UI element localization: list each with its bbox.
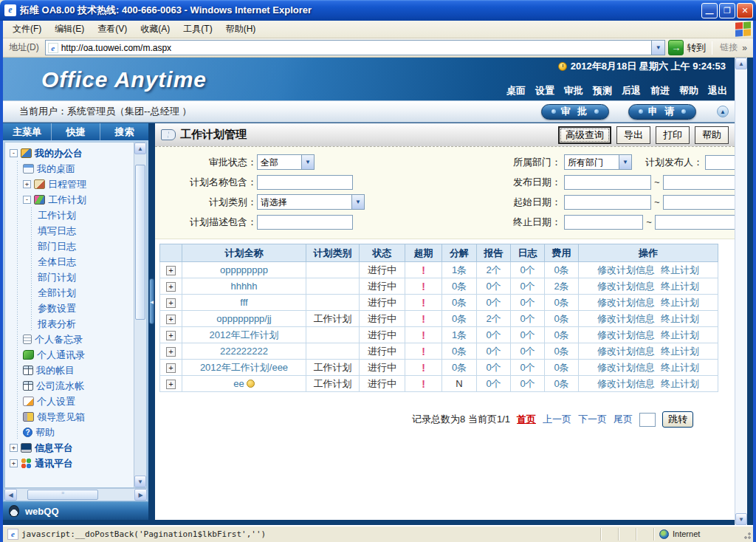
scroll-up-icon[interactable]: ▲ xyxy=(134,143,146,154)
report-link[interactable]: 0个 xyxy=(486,378,501,389)
decompose-link[interactable]: 0条 xyxy=(452,313,467,324)
row-expand-button[interactable]: + xyxy=(166,347,176,357)
sidebar-item-work-plan[interactable]: - 工作计划 xyxy=(8,192,134,207)
stop-plan-link[interactable]: 终止计划 xyxy=(661,378,699,389)
nav-approve[interactable]: 审批 xyxy=(564,84,583,97)
log-link[interactable]: 0个 xyxy=(520,329,535,340)
go-button[interactable]: → xyxy=(668,40,684,55)
start-date-to-input[interactable] xyxy=(663,195,735,210)
log-link[interactable]: 0个 xyxy=(520,264,535,275)
row-expand-button[interactable]: + xyxy=(166,331,176,340)
plan-name-input[interactable] xyxy=(257,175,353,190)
edit-plan-link[interactable]: 修改计划信息 xyxy=(597,264,655,275)
scroll-right-icon[interactable]: ▶ xyxy=(134,489,147,501)
stop-plan-link[interactable]: 终止计划 xyxy=(661,281,699,292)
row-expand-button[interactable]: + xyxy=(166,363,176,373)
scrollbar-thumb[interactable]: ≡ xyxy=(27,490,98,500)
nav-forecast[interactable]: 预测 xyxy=(593,84,612,97)
plan-name-link[interactable]: 2012年工作计划 xyxy=(210,329,279,340)
page-vertical-scrollbar[interactable]: ▲ ▼ xyxy=(735,58,747,525)
expand-expander-icon[interactable]: + xyxy=(10,459,18,467)
log-link[interactable]: 0个 xyxy=(520,362,535,373)
report-link[interactable]: 0个 xyxy=(486,297,501,308)
approve-pill-button[interactable]: 审 批 xyxy=(541,104,609,120)
fee-link[interactable]: 0条 xyxy=(554,329,568,340)
decompose-link[interactable]: 0条 xyxy=(452,297,467,308)
edit-plan-link[interactable]: 修改计划信息 xyxy=(597,297,655,308)
sidebar-item-write-log[interactable]: 填写日志 xyxy=(8,223,134,239)
edit-plan-link[interactable]: 修改计划信息 xyxy=(597,281,655,292)
plan-category-select[interactable]: 请选择 ▼ xyxy=(257,194,365,210)
sidebar-item-dept-log[interactable]: 部门日志 xyxy=(8,239,134,254)
decompose-link[interactable]: 1条 xyxy=(452,264,467,275)
print-button[interactable]: 打印 xyxy=(656,126,690,144)
start-date-from-input[interactable] xyxy=(564,195,651,210)
go-label[interactable]: 转到 xyxy=(687,41,709,55)
log-link[interactable]: 0个 xyxy=(520,346,535,357)
menu-tools[interactable]: 工具(T) xyxy=(176,21,219,38)
address-input[interactable]: e http://oa.tuowei.com/m.aspx ▼ xyxy=(45,40,666,55)
tab-shortcuts[interactable]: 快捷 xyxy=(52,123,100,140)
address-dropdown-button[interactable]: ▼ xyxy=(651,41,664,55)
sidebar-item-leader-suggestion-box[interactable]: 领导意见箱 xyxy=(8,409,134,425)
stop-plan-link[interactable]: 终止计划 xyxy=(661,313,699,324)
edit-plan-link[interactable]: 修改计划信息 xyxy=(597,378,655,389)
stop-plan-link[interactable]: 终止计划 xyxy=(661,362,699,373)
prev-page-link[interactable]: 上一页 xyxy=(543,413,571,426)
menu-edit[interactable]: 编辑(E) xyxy=(48,21,91,38)
sidebar-item-comm-platform[interactable]: + 通讯平台 xyxy=(8,456,134,471)
plan-name-link[interactable]: opppppppp/jj xyxy=(216,313,271,324)
address-url[interactable]: http://oa.tuowei.com/m.aspx xyxy=(61,43,649,53)
sidebar-item-param-settings[interactable]: 参数设置 xyxy=(8,301,134,316)
row-expand-button[interactable]: + xyxy=(166,380,176,389)
plan-desc-input[interactable] xyxy=(257,215,353,230)
jump-button[interactable]: 跳转 xyxy=(662,411,693,428)
sidebar-item-my-accounts[interactable]: 我的帐目 xyxy=(8,363,134,378)
report-link[interactable]: 2个 xyxy=(486,264,501,275)
end-date-from-input[interactable] xyxy=(564,215,643,230)
department-select[interactable]: 所有部门 ▼ xyxy=(564,154,632,170)
stop-plan-link[interactable]: 终止计划 xyxy=(661,346,699,357)
sidebar-item-work-plan-sub[interactable]: 工作计划 xyxy=(8,207,134,223)
minimize-button[interactable]: — xyxy=(701,3,718,18)
sidebar-item-my-desktop[interactable]: 我的桌面 xyxy=(8,161,134,176)
nav-forward[interactable]: 前进 xyxy=(650,84,670,97)
scroll-down-icon[interactable]: ▼ xyxy=(735,513,747,525)
nav-logout[interactable]: 退出 xyxy=(708,84,727,97)
apply-pill-button[interactable]: 申 请 xyxy=(628,104,696,120)
edit-plan-link[interactable]: 修改计划信息 xyxy=(597,313,655,324)
edit-plan-link[interactable]: 修改计划信息 xyxy=(597,362,655,373)
decompose-link[interactable]: 1条 xyxy=(452,329,467,340)
scroll-down-icon[interactable]: ▼ xyxy=(134,476,146,487)
decompose-link[interactable]: 0条 xyxy=(452,281,467,292)
stop-plan-link[interactable]: 终止计划 xyxy=(661,329,699,340)
menu-help[interactable]: 帮助(H) xyxy=(219,21,263,38)
collapse-header-button[interactable]: ▲ xyxy=(717,106,729,117)
plan-name-link[interactable]: 2012年工作计划/eee xyxy=(200,362,288,373)
stop-plan-link[interactable]: 终止计划 xyxy=(661,297,699,308)
row-expand-button[interactable]: + xyxy=(166,298,176,308)
decompose-link[interactable]: 0条 xyxy=(452,346,467,357)
maximize-button[interactable]: ❐ xyxy=(719,3,735,18)
nav-help[interactable]: 帮助 xyxy=(679,84,698,97)
splitter-collapse-handle[interactable]: ◀ xyxy=(149,278,154,324)
report-link[interactable]: 0个 xyxy=(486,362,501,373)
menu-file[interactable]: 文件(F) xyxy=(6,21,48,38)
sidebar-item-personal-memo[interactable]: 个人备忘录 xyxy=(8,332,134,347)
sidebar-item-report-analysis[interactable]: 报表分析 xyxy=(8,316,134,332)
row-expand-button[interactable]: + xyxy=(166,266,176,275)
publish-date-from-input[interactable] xyxy=(564,175,651,190)
plan-name-link[interactable]: 222222222 xyxy=(220,346,268,357)
end-date-to-input[interactable] xyxy=(655,215,735,230)
sidebar-item-company-ledger[interactable]: 公司流水帐 xyxy=(8,378,134,394)
fee-link[interactable]: 0条 xyxy=(554,313,568,324)
row-expand-button[interactable]: + xyxy=(166,315,176,324)
next-page-link[interactable]: 下一页 xyxy=(578,413,607,426)
fee-link[interactable]: 0条 xyxy=(554,362,568,373)
fee-link[interactable]: 0条 xyxy=(554,297,568,308)
nav-back[interactable]: 后退 xyxy=(622,84,641,97)
help-button[interactable]: 帮助 xyxy=(695,126,729,144)
collapse-expander-icon[interactable]: - xyxy=(23,196,31,204)
edit-plan-link[interactable]: 修改计划信息 xyxy=(597,346,655,357)
plan-name-link[interactable]: ee xyxy=(233,378,244,389)
